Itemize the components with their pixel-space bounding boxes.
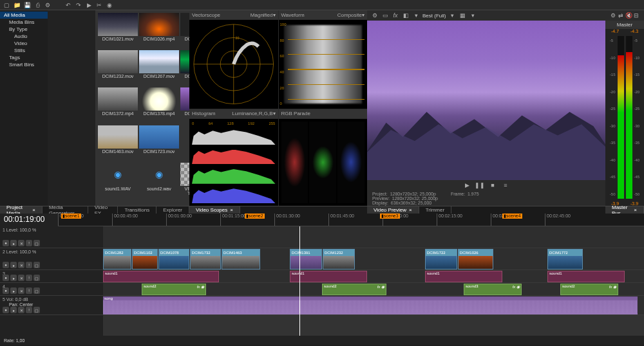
media-item[interactable]: VEGAS Titles & Text abstract	[180, 163, 189, 203]
media-item[interactable]: DCIM1293.mp4	[180, 50, 189, 86]
audio-clip[interactable]: sound2 fx ◉	[142, 284, 206, 295]
split-icon[interactable]: ◧	[402, 12, 410, 19]
master-gear-icon[interactable]: ⚙	[609, 12, 617, 19]
track-header[interactable]: 2 Level: 100,0 %●▸✕!▢	[0, 248, 103, 270]
settings-icon[interactable]: ⚙	[44, 1, 52, 9]
video-clip[interactable]: DCIM1026	[458, 249, 493, 269]
vectorscope-header[interactable]: VectorscopeMagnified ▾	[189, 10, 278, 19]
video-clip[interactable]: DCIM1282	[103, 249, 131, 269]
timeline-marker[interactable]: ▮scene1	[61, 214, 81, 219]
render-icon[interactable]: ⎙	[33, 1, 41, 9]
media-item[interactable]: DCIM1267.mov	[139, 50, 179, 86]
cut-icon[interactable]: ✂	[95, 1, 103, 9]
preview-pause-icon[interactable]: ❚❚	[476, 181, 484, 189]
audio-clip[interactable]: sound1	[103, 271, 219, 282]
media-item[interactable]: ◉sound1.WAV	[98, 163, 138, 203]
media-item[interactable]: ◉sound2.wav	[139, 163, 179, 203]
master-mute-icon[interactable]: 🔇	[625, 12, 632, 19]
timeline-marker[interactable]: ▮scene4	[502, 214, 522, 219]
video-clip[interactable]: DCIM1772	[547, 249, 583, 269]
preview-list-icon[interactable]: ≡	[502, 181, 509, 189]
audio-clip[interactable]: song	[103, 296, 638, 314]
tree-item[interactable]: Audio	[0, 33, 48, 40]
tab[interactable]: Video FX	[88, 206, 118, 214]
waveform-header[interactable]: WaveformComposite ▾	[279, 10, 368, 19]
media-item[interactable]: ◉song.mp3	[180, 125, 189, 161]
audio-clip[interactable]: sound1	[547, 271, 625, 282]
open-icon[interactable]: 📁	[13, 1, 21, 9]
tree-item[interactable]: Video	[0, 40, 48, 47]
media-tree[interactable]: All MediaMedia BinsBy TypeAudioVideoStil…	[0, 10, 48, 206]
undo-icon[interactable]: ↶	[64, 1, 72, 9]
picker-icon[interactable]: ◉	[106, 1, 113, 9]
preview-stop-icon[interactable]: ■	[489, 181, 497, 189]
quality-label[interactable]: Best (Full)	[422, 13, 446, 19]
rate-value[interactable]: 1,00	[16, 338, 25, 343]
tab[interactable]: Explorer	[156, 206, 189, 214]
audio-clip[interactable]: sound3 fx ◉	[464, 284, 522, 295]
media-item[interactable]: DCIM1026.mp4	[139, 13, 179, 49]
timeline-marker[interactable]: ▮scene2	[245, 214, 265, 219]
play-icon[interactable]: ▶	[85, 1, 93, 9]
media-item[interactable]: DCIM1378.mp4	[139, 87, 179, 123]
tab[interactable]: Master Bus ×	[605, 206, 644, 214]
audio-clip[interactable]: sound1	[290, 271, 367, 282]
tree-item[interactable]: Tags	[0, 54, 48, 61]
media-item[interactable]: DCIM1021.mov	[98, 13, 138, 49]
video-clip[interactable]: DCIM1463	[222, 249, 260, 269]
tab[interactable]: Project Media ×	[0, 206, 43, 214]
tree-item[interactable]: Stills	[0, 47, 48, 54]
master-link-icon[interactable]: ⇄	[617, 12, 625, 19]
timeline-ruler[interactable]: 00:01:19:00 00:00:30:0000:00:45:0000:01:…	[0, 214, 644, 226]
redo-icon[interactable]: ↷	[75, 1, 82, 9]
tab[interactable]: Video Scopes ×	[189, 206, 240, 214]
master-close-icon[interactable]: ⊟	[632, 12, 640, 19]
preview-settings-icon[interactable]: ⚙	[371, 12, 379, 19]
tree-item[interactable]: By Type	[0, 26, 48, 33]
save-icon[interactable]: 💾	[23, 1, 31, 9]
track-header[interactable]: 3 ●▸✕!▢	[0, 270, 103, 283]
tab[interactable]: Trimmer	[419, 206, 451, 214]
video-clip[interactable]: DCIM1391	[290, 249, 322, 269]
quality-dropdown[interactable]: ▾	[412, 12, 420, 19]
preview-transport: ▶ ❚❚ ■ ≡	[367, 180, 605, 190]
video-clip[interactable]: DCIM1732	[190, 249, 221, 269]
tab[interactable]: Video Preview ×	[367, 206, 419, 214]
audio-clip[interactable]: sound1	[425, 271, 502, 282]
histogram-header[interactable]: HistogramLuminance,R,G,B ▾	[189, 109, 278, 118]
playhead[interactable]	[299, 226, 300, 336]
video-clip[interactable]: DCIM1078	[158, 249, 189, 269]
video-clip[interactable]: DCIM1722	[425, 249, 457, 269]
panel-tabs: Project Media ×Media GeneratorsVideo FXT…	[0, 206, 644, 214]
audio-clip[interactable]: sound2 fx ◉	[560, 284, 618, 295]
tree-item[interactable]: Smart Bins	[0, 61, 48, 68]
media-item[interactable]: DCIM1372.mp4	[98, 87, 138, 123]
video-clip[interactable]: DCIM1102	[132, 249, 158, 269]
media-item[interactable]: DCIM1102.mov	[180, 13, 189, 49]
media-item[interactable]: DCIM1232.mov	[98, 50, 138, 86]
audio-clip[interactable]: sound2 fx ◉	[322, 284, 386, 295]
rgb-parade-header[interactable]: RGB Parade	[279, 109, 368, 118]
timeline-marker[interactable]: ▮scene3	[380, 214, 400, 219]
track-header[interactable]: 4 ●▸✕!▢	[0, 283, 103, 296]
overlay-icon[interactable]: ▦	[459, 12, 466, 19]
preview-video[interactable]	[367, 21, 605, 180]
preview-monitor-icon[interactable]: ▭	[381, 12, 389, 19]
tab[interactable]: Transitions	[118, 206, 156, 214]
track-lanes[interactable]: DCIM1282DCIM1102DCIM1078DCIM1732DCIM1463…	[103, 226, 644, 336]
track-header[interactable]: 5 Vol: 0,0 dBPan: Center●▸✕!▢	[0, 296, 103, 315]
media-item[interactable]: DCIM1392.mp4	[180, 87, 189, 123]
master-toolbar: ⚙ ⇄ 🔇 ⊟	[605, 10, 644, 21]
track-header[interactable]: 1 Level: 100,0 %●▸✕!▢	[0, 226, 103, 248]
media-item[interactable]: DCIM1723.mov	[139, 125, 179, 161]
preview-play-icon[interactable]: ▶	[463, 181, 471, 189]
new-icon[interactable]: ▢	[3, 1, 10, 9]
tree-item[interactable]: All Media	[0, 12, 48, 19]
fx-icon[interactable]: fx	[392, 12, 399, 19]
video-clip[interactable]: DCIM1232	[323, 249, 355, 269]
tree-item[interactable]: Media Bins	[0, 19, 48, 26]
tab[interactable]: Media Generators	[43, 206, 88, 214]
timecode[interactable]: 00:01:19:00	[0, 214, 58, 226]
media-item[interactable]: DCIM1463.mov	[98, 125, 138, 161]
project-media-panel: All MediaMedia BinsBy TypeAudioVideoStil…	[0, 10, 189, 206]
